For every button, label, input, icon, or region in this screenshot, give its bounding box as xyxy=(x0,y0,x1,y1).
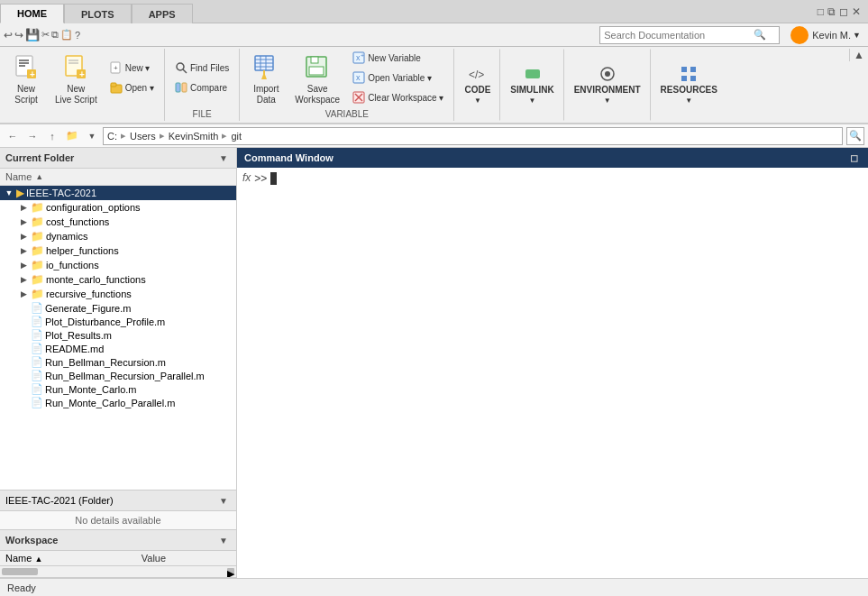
expand-helper-icon[interactable]: ▶ xyxy=(18,245,29,256)
detail-collapse-icon[interactable]: ▼ xyxy=(216,493,231,508)
status-text: Ready xyxy=(7,582,36,593)
tab-apps[interactable]: APPS xyxy=(132,4,193,23)
new-live-script-button[interactable]: + NewLive Script xyxy=(49,50,104,108)
nav-search-button[interactable]: 🔍 xyxy=(846,127,864,145)
expand-io-icon[interactable]: ▶ xyxy=(18,260,29,270)
workspace-scroll-thumb[interactable] xyxy=(2,568,38,575)
compare-button[interactable]: Compare xyxy=(170,78,233,96)
tree-item-run-bell-par[interactable]: 📄 Run_Bellman_Recursion_Parallel.m xyxy=(0,369,236,382)
nav-path-users[interactable]: Users xyxy=(130,131,156,142)
nav-path[interactable]: C: ▸ Users ▸ KevinSmith ▸ git xyxy=(103,127,843,145)
tree-item-run-bell[interactable]: 📄 Run_Bellman_Recursion.m xyxy=(0,355,236,369)
expand-cost-icon[interactable]: ▶ xyxy=(18,216,29,227)
new-button[interactable]: + New ▾ xyxy=(105,59,159,77)
dyn-folder-icon: 📁 xyxy=(31,230,44,243)
workspace-scroll[interactable]: ▶ xyxy=(0,566,236,578)
current-folder-collapse-icon[interactable]: ▼ xyxy=(216,151,231,165)
code-icon: </> xyxy=(469,65,487,83)
current-folder-header: Current Folder ▼ xyxy=(0,148,236,169)
svg-rect-18 xyxy=(182,83,187,92)
search-input[interactable] xyxy=(600,30,754,41)
tab-home[interactable]: HOME xyxy=(0,4,64,23)
open-variable-button[interactable]: x Open Variable ▾ xyxy=(348,69,448,87)
run-bell-label: Run_Bellman_Recursion.m xyxy=(45,357,166,368)
tree-item-dyn[interactable]: ▶ 📁 dynamics xyxy=(0,229,236,243)
close-icon[interactable]: ✕ xyxy=(852,5,861,18)
tree-item-cost[interactable]: ▶ 📁 cost_functions xyxy=(0,215,236,229)
nav-forward-button[interactable]: → xyxy=(23,127,41,145)
helper-label: helper_functions xyxy=(46,245,119,256)
nav-path-user[interactable]: KevinSmith xyxy=(169,131,219,142)
expand-recursive-icon[interactable]: ▶ xyxy=(18,289,29,299)
help-icon[interactable]: ? xyxy=(75,30,80,41)
undo-icon[interactable]: ↩ xyxy=(4,29,13,41)
environment-collapse[interactable]: ENVIRONMENT ▼ xyxy=(564,49,651,121)
search-icon[interactable]: 🔍 xyxy=(754,29,769,41)
import-data-button[interactable]: ImportData xyxy=(245,50,287,108)
svg-rect-42 xyxy=(681,67,687,72)
expand-dyn-icon[interactable]: ▶ xyxy=(18,231,29,242)
command-window-body[interactable]: fx >> xyxy=(237,168,868,578)
file-tree[interactable]: Name ▲ ▼ ▶ IEEE-TAC-2021 ▶ 📁 configurati… xyxy=(0,169,236,490)
search-box[interactable]: 🔍 xyxy=(599,26,780,44)
tree-item-plot-dist[interactable]: 📄 Plot_Disturbance_Profile.m xyxy=(0,315,236,328)
tree-item-run-mc[interactable]: 📄 Run_Monte_Carlo.m xyxy=(0,382,236,396)
redo-icon[interactable]: ↪ xyxy=(14,29,23,41)
nav-path-git[interactable]: git xyxy=(231,131,242,142)
resources-collapse[interactable]: RESOURCES ▼ xyxy=(651,49,726,121)
workspace-value-col[interactable]: Value xyxy=(136,551,236,566)
tree-item-gen-fig[interactable]: 📄 Generate_Figure.m xyxy=(0,301,236,315)
restore-icon[interactable]: ⧉ xyxy=(827,5,836,18)
minimize-icon[interactable]: □ xyxy=(818,5,824,18)
cost-label: cost_functions xyxy=(46,216,109,227)
expand-monte-icon[interactable]: ▶ xyxy=(18,274,29,285)
cut-icon[interactable]: ✂ xyxy=(41,29,50,41)
save-quick-icon[interactable]: 💾 xyxy=(25,28,40,41)
workspace-name-col[interactable]: Name ▲ xyxy=(0,551,136,566)
tree-item-monte[interactable]: ▶ 📁 monte_carlo_functions xyxy=(0,272,236,287)
tree-item-plot-res[interactable]: 📄 Plot_Results.m xyxy=(0,328,236,342)
find-files-button[interactable]: Find Files xyxy=(170,59,233,77)
tree-item-io[interactable]: ▶ 📁 io_functions xyxy=(0,258,236,272)
nav-up-button[interactable]: ↑ xyxy=(43,127,61,145)
command-window-maximize-icon[interactable]: ◻ xyxy=(846,151,861,165)
nav-back-button[interactable]: ← xyxy=(4,127,22,145)
search-area: ↩ ↪ 💾 ✂ ⧉ 📋 ? 🔍 Kevin M. ▼ xyxy=(0,23,868,47)
open-button[interactable]: Open ▾ xyxy=(105,78,159,96)
new-variable-button[interactable]: x+ New Variable xyxy=(348,49,448,67)
workspace-scroll-right-btn[interactable]: ▶ xyxy=(227,568,234,575)
find-compare-group: Find Files Compare xyxy=(170,50,233,105)
expand-cfg-icon[interactable]: ▶ xyxy=(18,202,29,213)
nav-path-drive[interactable]: C: xyxy=(107,131,117,142)
tree-item-root[interactable]: ▼ ▶ IEEE-TAC-2021 xyxy=(0,186,236,200)
expand-root-icon[interactable]: ▼ xyxy=(4,188,14,198)
new-script-svg: + xyxy=(13,54,40,81)
ribbon-toggle-icon[interactable]: ▲ xyxy=(854,49,864,61)
workspace-collapse-icon[interactable]: ▼ xyxy=(216,533,231,547)
tree-item-cfg[interactable]: ▶ 📁 configuration_options xyxy=(0,200,236,215)
nav-browse-button[interactable]: 📁 xyxy=(63,127,81,145)
user-name[interactable]: Kevin M. xyxy=(812,30,851,41)
user-dropdown-icon[interactable]: ▼ xyxy=(853,31,861,40)
tree-item-recursive[interactable]: ▶ 📁 recursive_functions xyxy=(0,287,236,301)
ribbon-collapse-arrow[interactable]: ▲ xyxy=(849,49,868,61)
paste-icon[interactable]: 📋 xyxy=(60,29,73,41)
maximize-icon[interactable]: ◻ xyxy=(839,5,848,18)
new-script-button[interactable]: + NewScript xyxy=(5,50,47,108)
code-collapse[interactable]: </> CODE ▼ xyxy=(454,49,500,121)
command-prompt-line[interactable]: fx >> xyxy=(242,171,863,185)
copy-icon[interactable]: ⧉ xyxy=(51,29,59,41)
tab-plots[interactable]: PLOTS xyxy=(64,4,132,23)
tree-item-readme[interactable]: 📄 README.md xyxy=(0,342,236,355)
environment-label: ENVIRONMENT xyxy=(574,85,641,95)
plot-dist-label: Plot_Disturbance_Profile.m xyxy=(45,316,165,327)
tree-item-helper[interactable]: ▶ 📁 helper_functions xyxy=(0,243,236,258)
simulink-label: SIMULINK xyxy=(510,85,553,95)
run-mc-icon: 📄 xyxy=(31,383,43,395)
simulink-collapse[interactable]: SIMULINK ▼ xyxy=(500,49,563,121)
clear-workspace-button[interactable]: Clear Workspace ▾ xyxy=(348,88,448,106)
tree-item-run-mc-par[interactable]: 📄 Run_Monte_Carlo_Parallel.m xyxy=(0,396,236,409)
detail-panel: IEEE-TAC-2021 (Folder) ▼ No details avai… xyxy=(0,490,236,529)
save-workspace-button[interactable]: SaveWorkspace xyxy=(288,50,346,108)
nav-recent-button[interactable]: ▼ xyxy=(83,127,101,145)
